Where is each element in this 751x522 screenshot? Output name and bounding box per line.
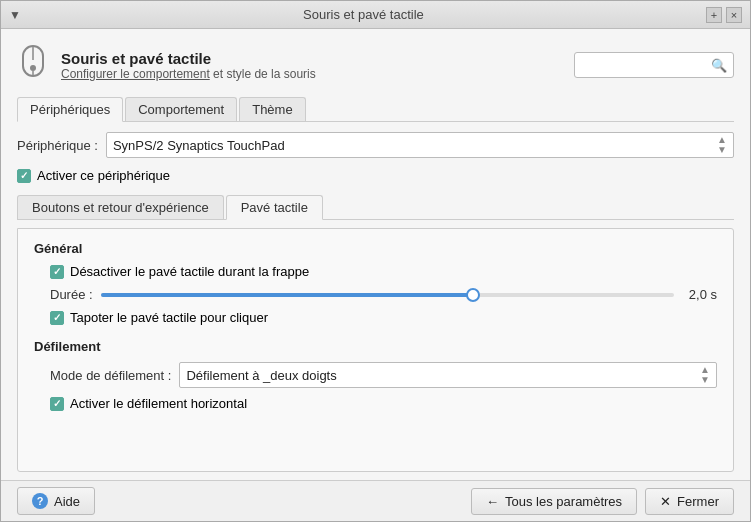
titlebar-controls: + × (706, 7, 742, 23)
sub-tabs: Boutons et retour d'expérience Pavé tact… (17, 195, 734, 220)
tab-peripheriques[interactable]: Périphériques (17, 97, 123, 122)
footer: ? Aide ← Tous les paramètres ✕ Fermer (1, 480, 750, 521)
footer-right: ← Tous les paramètres ✕ Fermer (471, 488, 734, 515)
mode-row: Mode de défilement : Défilement à _deux … (50, 362, 717, 388)
mode-select-arrow-icon: ▲▼ (700, 365, 710, 385)
disable-checkbox-row: ✓ Désactiver le pavé tactile durant la f… (50, 264, 717, 279)
all-settings-button[interactable]: ← Tous les paramètres (471, 488, 637, 515)
content-area: Souris et pavé tactile Configurer le com… (1, 29, 750, 480)
search-box[interactable]: 🔍 (574, 52, 734, 78)
all-settings-label: Tous les paramètres (505, 494, 622, 509)
duration-label: Durée : (50, 287, 93, 302)
tap-label: Tapoter le pavé tactile pour cliquer (70, 310, 268, 325)
disable-checkmark-icon: ✓ (53, 266, 61, 277)
subtab-buttons[interactable]: Boutons et retour d'expérience (17, 195, 224, 219)
duration-value: 2,0 s (682, 287, 717, 302)
help-icon: ? (32, 493, 48, 509)
scroll-section-title: Défilement (34, 339, 717, 354)
close-button-footer[interactable]: ✕ Fermer (645, 488, 734, 515)
app-subtitle: Configurer le comportement et style de l… (61, 67, 316, 81)
checkmark-icon: ✓ (20, 170, 28, 181)
back-arrow-icon: ← (486, 494, 499, 509)
titlebar: ▼ Souris et pavé tactile + × (1, 1, 750, 29)
scroll-section: Défilement Mode de défilement : Défileme… (34, 339, 717, 411)
titlebar-left: ▼ (9, 8, 21, 22)
header-row: Souris et pavé tactile Configurer le com… (17, 41, 734, 89)
device-select-arrow-icon: ▲▼ (717, 135, 727, 155)
tap-checkbox-row: ✓ Tapoter le pavé tactile pour cliquer (50, 310, 717, 325)
subtitle-rest: et style de la souris (210, 67, 316, 81)
activate-checkbox-row: ✓ Activer ce périphérique (17, 168, 734, 183)
scroll-indent: Mode de défilement : Défilement à _deux … (34, 362, 717, 411)
mouse-svg-image (19, 44, 47, 86)
slider-thumb[interactable] (466, 288, 480, 302)
pave-panel: Général ✓ Désactiver le pavé tactile dur… (17, 228, 734, 472)
svg-point-2 (30, 65, 36, 71)
activate-checkbox[interactable]: ✓ (17, 169, 31, 183)
window-title: Souris et pavé tactile (21, 7, 706, 22)
main-window: ▼ Souris et pavé tactile + × So (0, 0, 751, 522)
header-icon-title: Souris et pavé tactile Configurer le com… (17, 41, 316, 89)
disable-checkbox[interactable]: ✓ (50, 265, 64, 279)
minimize-button[interactable]: + (706, 7, 722, 23)
close-button[interactable]: × (726, 7, 742, 23)
mode-select-value: Défilement à _deux doigts (186, 368, 336, 383)
device-select-value: SynPS/2 Synaptics TouchPad (113, 138, 285, 153)
help-button[interactable]: ? Aide (17, 487, 95, 515)
duration-slider[interactable] (101, 293, 674, 297)
general-indent: ✓ Désactiver le pavé tactile durant la f… (34, 264, 717, 325)
mouse-icon (17, 41, 49, 89)
search-input[interactable] (581, 58, 707, 72)
header-text: Souris et pavé tactile Configurer le com… (61, 50, 316, 81)
subtab-pave[interactable]: Pavé tactile (226, 195, 323, 220)
tap-checkbox[interactable]: ✓ (50, 311, 64, 325)
close-x-icon: ✕ (660, 494, 671, 509)
horizontal-checkbox-row: ✓ Activer le défilement horizontal (50, 396, 717, 411)
close-label: Fermer (677, 494, 719, 509)
tap-checkmark-icon: ✓ (53, 312, 61, 323)
horizontal-checkmark-icon: ✓ (53, 398, 61, 409)
activate-label: Activer ce périphérique (37, 168, 170, 183)
search-icon: 🔍 (711, 58, 727, 73)
tab-comportement[interactable]: Comportement (125, 97, 237, 121)
disable-label: Désactiver le pavé tactile durant la fra… (70, 264, 309, 279)
horizontal-label: Activer le défilement horizontal (70, 396, 247, 411)
general-section-title: Général (34, 241, 717, 256)
tab-theme[interactable]: Thème (239, 97, 305, 121)
subtitle-underline: Configurer le comportement (61, 67, 210, 81)
help-label: Aide (54, 494, 80, 509)
device-select[interactable]: SynPS/2 Synaptics TouchPad ▲▼ (106, 132, 734, 158)
horizontal-checkbox[interactable]: ✓ (50, 397, 64, 411)
device-row: Périphérique : SynPS/2 Synaptics TouchPa… (17, 132, 734, 158)
titlebar-arrow-icon[interactable]: ▼ (9, 8, 21, 22)
duration-slider-row: Durée : 2,0 s (50, 287, 717, 302)
mode-label: Mode de défilement : (50, 368, 171, 383)
app-title: Souris et pavé tactile (61, 50, 316, 67)
main-tabs: Périphériques Comportement Thème (17, 97, 734, 122)
slider-fill (101, 293, 474, 297)
device-label: Périphérique : (17, 138, 98, 153)
mode-select[interactable]: Défilement à _deux doigts ▲▼ (179, 362, 717, 388)
footer-left: ? Aide (17, 487, 95, 515)
